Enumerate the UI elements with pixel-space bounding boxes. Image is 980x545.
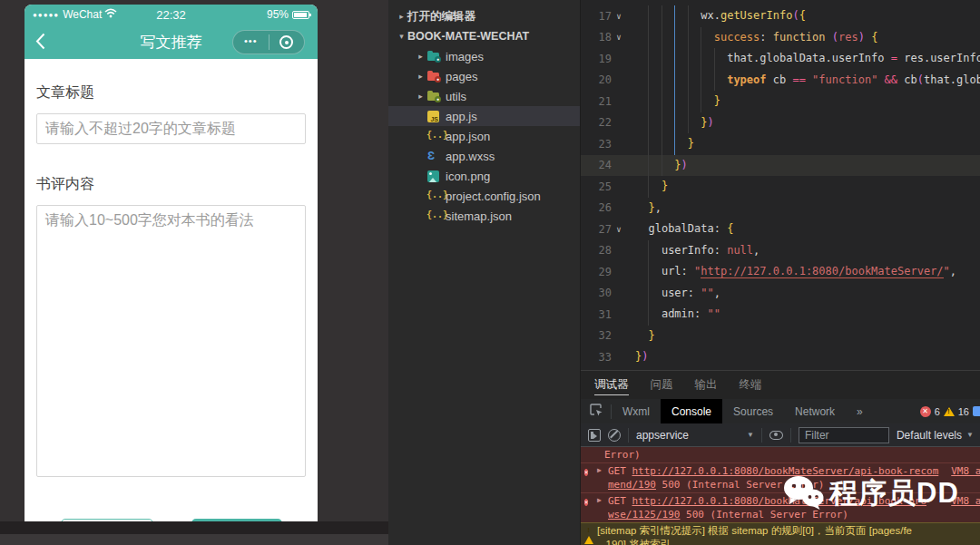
code-tokens: userInfo: null, xyxy=(635,244,760,257)
line-number: 25 xyxy=(588,180,612,193)
folder-icon: ● xyxy=(427,92,439,101)
indent-guide xyxy=(648,176,649,198)
indent-guide xyxy=(688,112,689,134)
json-file-icon: {..} xyxy=(426,209,441,223)
line-number: 24 xyxy=(588,159,612,171)
devtools-tab-console[interactable]: Console xyxy=(661,399,722,423)
console-link[interactable]: http://127.0.0.1:8080/bookMateServer/api… xyxy=(632,465,939,477)
close-minibar-button[interactable] xyxy=(270,35,305,49)
messages-icon[interactable] xyxy=(973,406,980,416)
devtools-tab-»[interactable]: » xyxy=(846,399,874,423)
panel-tab-终端[interactable]: 终端 xyxy=(740,371,762,399)
explorer-item-sitemap.json[interactable]: {..}sitemap.json xyxy=(388,206,580,226)
code-tokens: url: "http://127.0.0.1:8080/bookMateServ… xyxy=(635,265,956,278)
indent-guide xyxy=(674,133,675,155)
indent-guide xyxy=(648,112,649,134)
line-number: 33 xyxy=(588,351,612,364)
pages-folder-icon: ● xyxy=(426,69,441,83)
battery-icon xyxy=(292,11,309,19)
inspect-element-icon[interactable] xyxy=(590,404,603,420)
explorer-item-icon.png[interactable]: icon.png xyxy=(388,166,580,186)
log-levels-dropdown[interactable]: Default levels ▼ xyxy=(897,429,974,442)
indent-guide xyxy=(648,283,649,305)
indent-guide xyxy=(648,240,649,262)
indent-guide xyxy=(662,27,662,49)
article-title-input[interactable] xyxy=(36,113,306,144)
explorer-item-utils[interactable]: ▸●utils xyxy=(388,86,580,106)
image-file-icon xyxy=(426,169,441,183)
chevron-right-icon: ▸ xyxy=(415,72,426,81)
code-line-29: 29 url: "http://127.0.0.1:8080/bookMateS… xyxy=(581,261,980,283)
warning-triangle-icon xyxy=(584,524,597,545)
code-tokens: } xyxy=(635,180,668,192)
explorer-item-app.js[interactable]: JSapp.js xyxy=(388,106,580,126)
code-text: userInfo: null, xyxy=(626,240,980,262)
json-file-icon: {..} xyxy=(426,129,441,143)
article-title-label: 文章标题 xyxy=(36,83,306,102)
live-expression-eye-icon[interactable] xyxy=(769,431,783,440)
panel-tab-调试器[interactable]: 调试器 xyxy=(594,371,629,399)
file-name: images xyxy=(446,50,484,63)
console-messages: Error)✕▶GET http://127.0.0.1:8080/bookMa… xyxy=(581,447,980,545)
explorer-item-app.wxss[interactable]: Ɛapp.wxss xyxy=(388,146,580,166)
code-line-22: 22 }) xyxy=(581,112,980,134)
expand-arrow-icon[interactable]: ▶ xyxy=(597,464,608,491)
code-line-25: 25 } xyxy=(581,176,980,198)
code-line-17: 17∨ wx.getUserInfo({ xyxy=(581,5,980,27)
error-count[interactable]: 6 xyxy=(935,406,940,417)
json-file-icon: {..} xyxy=(426,189,441,203)
utils-folder-icon: ● xyxy=(426,89,441,103)
console-row-error: ✕▶GET http://127.0.0.1:8080/bookMateServ… xyxy=(581,492,980,522)
explorer-item-project.config.json[interactable]: {..}project.config.json xyxy=(388,186,580,206)
explorer-section-project[interactable]: ▾BOOK-MATE-WECHAT xyxy=(388,26,580,46)
panel-tab-问题[interactable]: 问题 xyxy=(651,371,673,399)
code-tokens: }, xyxy=(635,201,662,214)
devtools-tab-network[interactable]: Network xyxy=(784,399,846,423)
code-line-31: 31 admin: "" xyxy=(581,304,980,326)
console-source-link[interactable]: VM8 as xyxy=(951,464,980,478)
indent-guide xyxy=(662,133,662,155)
indent-guide xyxy=(648,304,649,326)
console-row-error-continuation: Error) xyxy=(581,447,980,462)
expand-arrow-icon[interactable]: ▶ xyxy=(597,494,608,521)
warning-count[interactable]: 16 xyxy=(958,406,969,417)
console-link[interactable]: wse/1125/190 xyxy=(608,509,680,521)
error-badge-icon[interactable]: ✕ xyxy=(920,406,931,417)
explorer-section-open-editors[interactable]: ▸打开的编辑器 xyxy=(388,6,580,26)
code-text: globalData: { xyxy=(626,219,980,240)
fold-chevron-icon[interactable]: ∨ xyxy=(612,225,626,234)
review-content-textarea[interactable] xyxy=(36,205,306,477)
indent-guide xyxy=(674,91,675,112)
devtools-tab-sources[interactable]: Sources xyxy=(722,399,784,423)
explorer-item-app.json[interactable]: {..}app.json xyxy=(388,126,580,146)
devtools-tab-wxml[interactable]: Wxml xyxy=(612,399,661,423)
file-name: icon.png xyxy=(446,170,490,183)
console-link[interactable]: mend/190 xyxy=(608,479,656,491)
toolbar-divider xyxy=(790,428,791,443)
context-dropdown[interactable]: appservice ▼ xyxy=(636,429,754,442)
fold-chevron-icon[interactable]: ∨ xyxy=(612,12,626,21)
debugger-panel: 调试器问题输出终端 WxmlConsoleSourcesNetwork» ✕ 6… xyxy=(581,370,980,545)
url-link[interactable]: http://127.0.0.1:8080/bookMateServer/ xyxy=(701,265,943,278)
code-line-26: 26 }, xyxy=(581,198,980,219)
json-braces-icon: {..} xyxy=(426,130,448,140)
warning-badge-icon[interactable] xyxy=(944,407,955,416)
fold-chevron-icon[interactable]: ∨ xyxy=(612,33,626,42)
json-braces-icon: {..} xyxy=(426,209,448,219)
line-number: 30 xyxy=(588,287,612,299)
indent-guide xyxy=(662,48,662,70)
code-line-28: 28 userInfo: null, xyxy=(581,240,980,262)
indent-guide xyxy=(648,91,649,112)
console-link[interactable]: http://127.0.0.1:8080/bookMateServer/api… xyxy=(632,495,927,507)
panel-tab-输出[interactable]: 输出 xyxy=(695,371,718,399)
code-text: url: "http://127.0.0.1:8080/bookMateServ… xyxy=(626,261,980,283)
console-sidebar-icon[interactable] xyxy=(588,429,601,442)
indent-guide xyxy=(648,261,649,283)
more-menu-button[interactable]: ••• xyxy=(233,35,269,49)
file-name: app.js xyxy=(446,110,477,123)
console-source-link[interactable]: VM8 as xyxy=(951,494,980,508)
clear-console-icon[interactable] xyxy=(608,429,621,442)
explorer-item-images[interactable]: ▸●images xyxy=(388,46,580,66)
explorer-item-pages[interactable]: ▸●pages xyxy=(388,66,580,86)
console-filter-input[interactable] xyxy=(799,427,889,443)
